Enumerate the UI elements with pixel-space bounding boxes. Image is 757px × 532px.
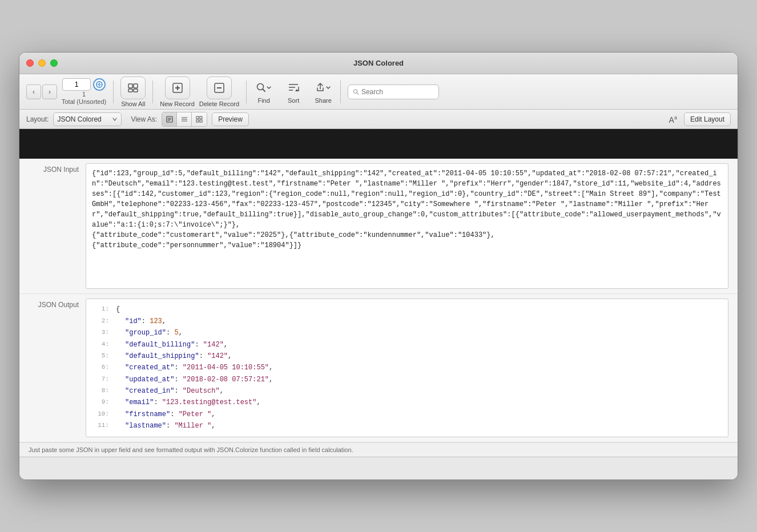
back-button[interactable]: ‹ [26,84,41,99]
new-record-button[interactable] [165,76,190,99]
json-line-10: 10: "firstname": "Peter ", [92,409,722,420]
json-line-1: 1: { [92,304,722,315]
traffic-lights [26,59,58,67]
svg-rect-25 [196,116,199,119]
json-line-8: 8: "created_in": "Deutsch", [92,385,722,397]
close-button[interactable] [26,59,34,67]
main-window: JSON Colored ‹ › 1 [19,52,738,479]
separator-2 [152,80,153,103]
json-line-3: 3: "group_id": 5, [92,327,722,338]
json-line-11: 11: "lastname": "Miller ", [92,420,722,432]
json-output-field: 1: { 2: "id": 123, 3: "group_id": 5, [86,299,728,437]
find-button[interactable]: Find [253,79,274,104]
search-input[interactable] [361,88,434,96]
json-line-6: 6: "created_at": "2011-04-05 10:10:55", [92,362,722,373]
status-bar: Just paste some JSON in upper field and … [19,442,738,457]
svg-rect-27 [196,120,199,122]
view-table-button[interactable] [192,112,207,126]
share-icon-area [313,79,333,95]
json-output-label: JSON Output [29,299,86,309]
font-size-icon: Aa [669,115,677,124]
find-icon-area [253,79,274,95]
record-input-group: 1 Total (Unsorted) [62,78,106,106]
svg-rect-2 [134,84,138,88]
share-label: Share [315,97,331,104]
show-all-label: Show All [121,100,145,107]
json-input-row: JSON Input {"id":123,"group_id":5,"defau… [19,159,738,294]
bottom-bar [19,457,738,479]
window-title: JSON Colored [353,59,404,67]
json-line-4: 4: "default_billing": "142", [92,339,722,350]
svg-line-17 [357,93,359,95]
separator-4 [340,80,341,103]
find-sort-share: Find Sort [253,79,333,104]
forward-button[interactable]: › [42,84,57,99]
header-area [19,129,738,159]
sort-label: Sort [288,97,299,104]
separator-1 [113,80,114,103]
new-record-group: New Record [160,76,195,107]
separator-3 [246,80,247,103]
view-as-label: View As: [131,115,157,123]
main-content: JSON Input {"id":123,"group_id":5,"defau… [19,159,738,456]
toolbar: ‹ › 1 Total (Unsorted) [19,74,738,110]
share-button[interactable]: Share [313,79,333,104]
sort-icon-area [283,79,304,95]
json-line-9: 9: "email": "123.testing@test.test", [92,397,722,408]
svg-rect-28 [200,120,202,122]
search-box[interactable] [348,84,439,99]
delete-record-label: Delete Record [199,100,239,107]
json-output-row: JSON Output 1: { 2: "id": 123, 3: "gro [19,294,738,442]
view-form-button[interactable] [162,112,177,126]
search-group [348,84,731,99]
json-line-2: 2: "id": 123, [92,316,722,327]
preview-button[interactable]: Preview [212,112,249,126]
record-slider[interactable] [93,78,106,91]
json-input-field[interactable]: {"id":123,"group_id":5,"default_billing"… [86,163,728,289]
layout-label: Layout: [26,115,49,123]
nav-group: ‹ › [26,84,57,99]
svg-rect-26 [200,116,202,119]
maximize-button[interactable] [50,59,58,67]
layout-select[interactable]: JSON Colored [53,112,122,126]
titlebar: JSON Colored [19,53,738,74]
svg-rect-1 [128,84,132,88]
new-record-label: New Record [160,100,195,107]
svg-rect-4 [134,89,138,92]
minimize-button[interactable] [38,59,46,67]
svg-rect-3 [128,89,132,92]
json-line-7: 7: "updated_at": "2018-02-08 07:57:21", [92,374,722,385]
layout-bar: Layout: JSON Colored View As: [19,110,738,129]
edit-layout-button[interactable]: Edit Layout [684,112,731,126]
delete-record-group: Delete Record [199,76,239,107]
json-line-5: 5: "default_shipping": "142", [92,350,722,362]
search-icon [353,88,359,95]
show-all-group: Show All [120,76,146,107]
view-list-button[interactable] [177,112,192,126]
dropdown-icon [112,116,118,122]
view-icons [162,112,207,127]
delete-record-button[interactable] [207,76,232,99]
find-label: Find [257,97,269,104]
record-nav: ‹ › [26,84,57,99]
svg-point-16 [353,90,357,93]
json-input-label: JSON Input [29,163,86,174]
sort-button[interactable]: Sort [283,79,304,104]
show-all-button[interactable] [120,76,146,99]
status-text: Just paste some JSON in upper field and … [29,446,353,453]
record-number-input[interactable] [62,78,91,91]
svg-line-11 [263,90,265,92]
record-total: 1 Total (Unsorted) [62,91,106,106]
